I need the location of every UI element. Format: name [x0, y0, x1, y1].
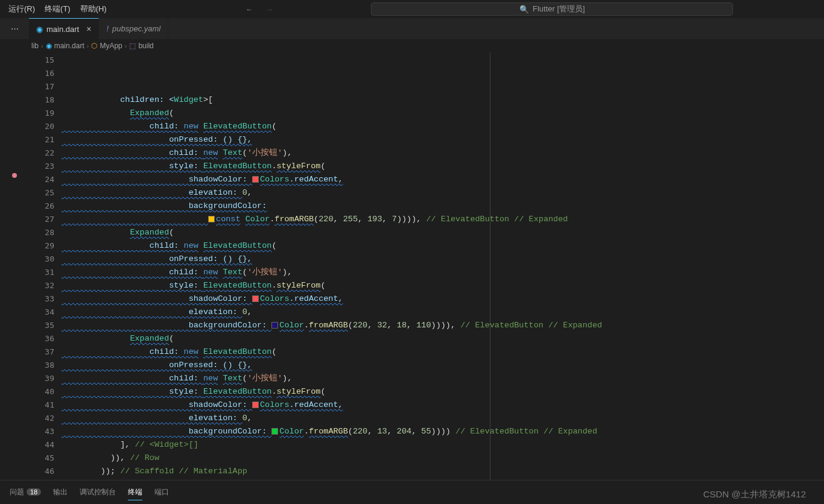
tab-pubspec-yaml[interactable]: ! pubspec.yaml: [99, 18, 168, 39]
breadcrumb-item[interactable]: MyApp: [100, 42, 122, 50]
panel-tab-debug[interactable]: 调试控制台: [80, 485, 116, 500]
search-text: Flutter [管理员]: [533, 4, 585, 14]
editor: 1516171819202122232425262728293031323334…: [0, 52, 824, 480]
class-icon: ⬡: [91, 42, 97, 50]
chevron-right-icon: ›: [87, 42, 89, 49]
method-icon: ⬚: [129, 42, 136, 50]
bottom-panel: 问题18 输出 调试控制台 终端 端口: [0, 480, 824, 504]
chevron-right-icon: ›: [125, 42, 127, 49]
nav-back-icon[interactable]: ←: [246, 5, 253, 14]
dart-file-icon: ◉: [46, 42, 52, 50]
panel-tab-ports[interactable]: 端口: [154, 485, 169, 500]
tabs-row: ⋯ ◉ main.dart × ! pubspec.yaml: [0, 18, 824, 39]
overflow-menu-icon[interactable]: ⋯: [0, 18, 29, 39]
breadcrumb[interactable]: lib › ◉ main.dart › ⬡ MyApp › ⬚ build: [0, 39, 824, 52]
nav-arrows: ← →: [246, 5, 273, 14]
menu-run[interactable]: 运行(R): [5, 1, 39, 17]
breadcrumb-item[interactable]: lib: [31, 42, 39, 50]
activity-bar: [0, 52, 29, 480]
command-center[interactable]: 🔍 Flutter [管理员]: [371, 2, 733, 16]
line-numbers: 1516171819202122232425262728293031323334…: [29, 52, 62, 480]
breadcrumb-item[interactable]: build: [138, 42, 153, 50]
menu-help[interactable]: 帮助(H): [77, 1, 110, 17]
breadcrumb-item[interactable]: main.dart: [54, 42, 84, 50]
close-icon[interactable]: ×: [86, 24, 91, 34]
tab-main-dart[interactable]: ◉ main.dart ×: [29, 18, 99, 39]
panel-tab-output[interactable]: 输出: [53, 485, 68, 500]
chevron-right-icon: ›: [41, 42, 43, 49]
unsaved-indicator-icon: [12, 173, 17, 178]
tab-label: main.dart: [46, 25, 79, 34]
menu-terminal[interactable]: 终端(T): [41, 1, 74, 17]
tab-label: pubspec.yaml: [112, 24, 160, 33]
nav-forward-icon[interactable]: →: [265, 5, 273, 14]
search-icon: 🔍: [519, 5, 529, 14]
code-area[interactable]: children: <Widget>[ Expanded( child: new…: [62, 52, 824, 480]
yaml-file-icon: !: [106, 24, 109, 33]
menu-bar: 运行(R) 终端(T) 帮助(H) ← → 🔍 Flutter [管理员]: [0, 0, 824, 18]
panel-tab-problems[interactable]: 问题18: [10, 485, 41, 500]
problems-badge: 18: [27, 488, 41, 496]
panel-tab-terminal[interactable]: 终端: [128, 485, 142, 500]
dart-file-icon: ◉: [36, 25, 43, 34]
